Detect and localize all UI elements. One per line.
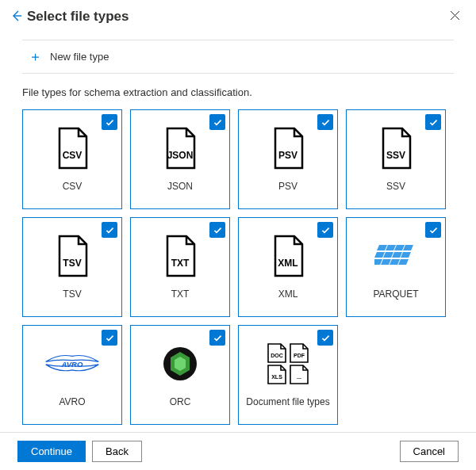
file-type-tile-tsv[interactable]: TSVTSV [22,217,122,317]
file-type-tile-ssv[interactable]: SSVSSV [346,109,446,209]
svg-text:...: ... [297,374,301,380]
file-type-label: PARQUET [373,288,418,300]
file-type-label: SSV [386,181,405,192]
file-type-icon: AVRO [44,342,100,385]
check-icon [209,222,225,238]
check-icon [102,222,117,238]
svg-text:CSV: CSV [63,150,83,161]
file-type-tile-psv[interactable]: PSVPSV [238,109,338,209]
file-type-tile-parquet[interactable]: PARQUET [346,217,446,317]
file-type-label: CSV [63,181,83,192]
svg-text:XML: XML [278,258,298,269]
svg-text:SSV: SSV [386,150,405,161]
file-type-tile-json[interactable]: JSONJSON [130,109,230,209]
check-icon [102,330,117,346]
file-type-label: JSON [167,181,193,192]
check-icon [317,222,333,238]
file-type-tile-avro[interactable]: AVROAVRO [22,325,122,425]
check-icon [209,114,225,130]
new-file-type-label: New file type [50,51,109,63]
file-type-tile-csv[interactable]: CSVCSV [22,109,122,209]
file-type-grid: CSVCSVJSONJSONPSVPSVSSVSSVTSVTSVTXTTXTXM… [22,109,454,425]
page-title: Select file types [27,9,445,25]
svg-text:JSON: JSON [167,150,194,161]
file-type-tile-xml[interactable]: XMLXML [238,217,338,317]
check-icon [317,330,333,346]
check-icon [102,114,117,130]
close-button[interactable] [445,8,465,25]
cancel-button[interactable]: Cancel [400,441,459,462]
svg-text:PSV: PSV [278,150,298,161]
back-button[interactable]: Back [92,441,142,462]
file-type-tile-orc[interactable]: ORC [130,325,230,425]
svg-text:TXT: TXT [171,258,190,269]
svg-text:DOC: DOC [271,353,283,358]
file-type-label: PSV [278,181,298,192]
file-type-icon: XML [271,235,305,277]
plus-icon: ＋ [29,48,42,66]
continue-button[interactable]: Continue [17,441,86,462]
svg-text:TSV: TSV [63,258,81,269]
file-type-tile-document-file-types[interactable]: DOCPDFXLS...Document file types [238,325,338,425]
check-icon [209,330,225,346]
file-type-icon: DOCPDFXLS... [265,342,311,385]
file-type-label: TSV [63,288,81,300]
description-text: File types for schema extraction and cla… [22,86,454,98]
check-icon [317,114,333,130]
svg-text:PDF: PDF [294,353,305,358]
file-type-icon: SSV [378,127,413,170]
file-type-icon: TXT [163,235,198,277]
file-type-label: XML [278,288,298,300]
file-type-label: ORC [170,396,191,407]
svg-text:AVRO: AVRO [60,360,83,369]
file-type-icon: PSV [271,127,305,170]
check-icon [425,222,441,238]
file-type-icon: JSON [163,127,198,170]
new-file-type-button[interactable]: ＋ New file type [22,40,454,74]
svg-text:XLS: XLS [271,374,282,380]
back-arrow-icon[interactable] [11,10,22,24]
file-type-label: AVRO [59,396,85,407]
check-icon [425,114,441,130]
file-type-icon [374,235,417,277]
file-type-icon [162,342,198,385]
file-type-icon: TSV [55,235,90,277]
file-type-label: Document file types [246,396,329,407]
file-type-tile-txt[interactable]: TXTTXT [130,217,230,317]
file-type-icon: CSV [55,127,90,170]
file-type-label: TXT [171,288,190,300]
